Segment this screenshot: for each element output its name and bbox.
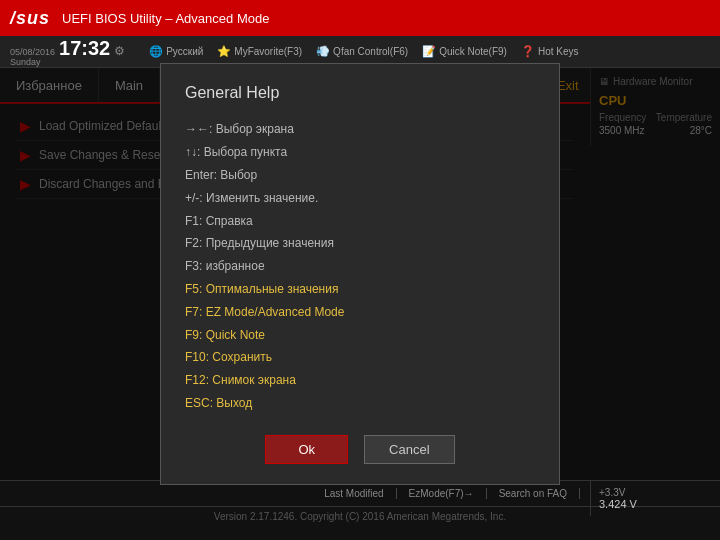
help-line-9: F7: EZ Mode/Advanced Mode — [185, 301, 535, 324]
ezmode-link[interactable]: EzMode(F7)→ — [397, 488, 487, 499]
general-help-dialog: General Help →←: Выбор экрана ↑↓: Выбора… — [160, 63, 560, 484]
qfan-label: Qfan Control(F6) — [333, 46, 408, 57]
help-line-2: ↑↓: Выбора пункта — [185, 141, 535, 164]
myfavorite-link[interactable]: ⭐ MyFavorite(F3) — [217, 45, 302, 58]
help-line-4: +/-: Изменить значение. — [185, 187, 535, 210]
voltage-label: +3.3V — [599, 487, 712, 498]
help-line-7: F3: избранное — [185, 255, 535, 278]
dialog-content: →←: Выбор экрана ↑↓: Выбора пункта Enter… — [185, 118, 535, 414]
star-icon: ⭐ — [217, 45, 231, 58]
voltage-panel: +3.3V 3.424 V — [590, 481, 720, 516]
quicknote-label: Quick Note(F9) — [439, 46, 507, 57]
ok-button[interactable]: Ok — [265, 435, 348, 464]
last-modified-link[interactable]: Last Modified — [312, 488, 396, 499]
app-title: UEFI BIOS Utility – Advanced Mode — [62, 11, 269, 26]
date-line2: Sunday — [10, 57, 55, 67]
help-line-1: →←: Выбор экрана — [185, 118, 535, 141]
myfavorite-label: MyFavorite(F3) — [234, 46, 302, 57]
note-icon: 📝 — [422, 45, 436, 58]
settings-gear-icon[interactable]: ⚙ — [114, 44, 125, 58]
fan-icon: 💨 — [316, 45, 330, 58]
language-icon: 🌐 — [149, 45, 163, 58]
help-line-13: ESC: Выход — [185, 392, 535, 415]
language-label: Русский — [166, 46, 203, 57]
hotkeys-link[interactable]: ❓ Hot Keys — [521, 45, 579, 58]
date-line1: 05/08/2016 — [10, 47, 55, 57]
quicknote-link[interactable]: 📝 Quick Note(F9) — [422, 45, 507, 58]
info-links: 🌐 Русский ⭐ MyFavorite(F3) 💨 Qfan Contro… — [149, 45, 578, 58]
bottom-bar: +3.3V 3.424 V Last Modified EzMode(F7)→ … — [0, 480, 720, 540]
help-line-3: Enter: Выбор — [185, 164, 535, 187]
time-display: 17:32 — [59, 37, 110, 60]
qfan-link[interactable]: 💨 Qfan Control(F6) — [316, 45, 408, 58]
help-icon: ❓ — [521, 45, 535, 58]
help-line-8: F5: Оптимальные значения — [185, 278, 535, 301]
help-line-12: F12: Снимок экрана — [185, 369, 535, 392]
date-time: 05/08/2016 Sunday 17:32 ⚙ — [10, 37, 125, 67]
dialog-buttons: Ok Cancel — [185, 435, 535, 464]
cancel-button[interactable]: Cancel — [364, 435, 454, 464]
help-line-5: F1: Справка — [185, 210, 535, 233]
dialog-overlay: General Help →←: Выбор экрана ↑↓: Выбора… — [0, 68, 720, 480]
dialog-title: General Help — [185, 84, 535, 102]
help-line-11: F10: Сохранить — [185, 346, 535, 369]
asus-logo: /sus — [10, 8, 50, 29]
help-line-10: F9: Quick Note — [185, 324, 535, 347]
hotkeys-label: Hot Keys — [538, 46, 579, 57]
language-link[interactable]: 🌐 Русский — [149, 45, 203, 58]
voltage-value: 3.424 V — [599, 498, 712, 510]
help-line-6: F2: Предыдущие значения — [185, 232, 535, 255]
top-bar: /sus UEFI BIOS Utility – Advanced Mode — [0, 0, 720, 36]
search-faq-link[interactable]: Search on FAQ — [487, 488, 580, 499]
